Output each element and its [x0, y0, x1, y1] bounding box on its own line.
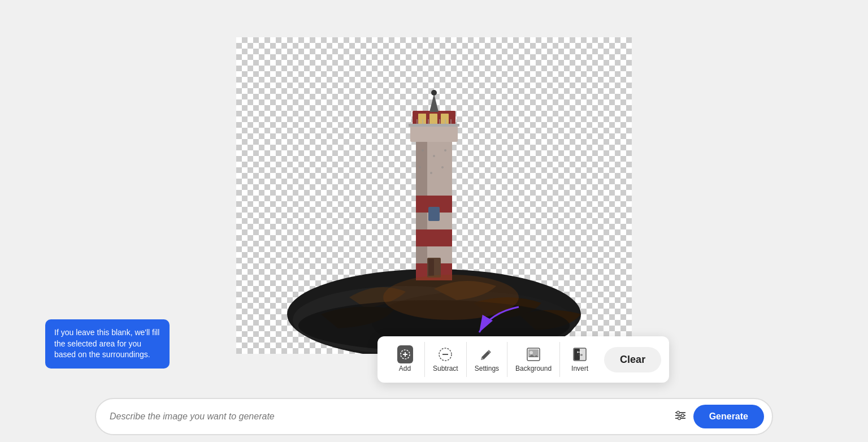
- clear-button[interactable]: Clear: [604, 347, 661, 372]
- svg-rect-19: [441, 114, 449, 125]
- prompt-container: Generate: [95, 398, 773, 435]
- svg-point-21: [431, 90, 437, 96]
- svg-point-11: [441, 166, 444, 168]
- invert-icon: [572, 346, 588, 362]
- generate-button[interactable]: Generate: [693, 405, 764, 428]
- tooltip-text: If you leave this blank, we'll fill the …: [54, 328, 159, 359]
- prompt-settings-icon[interactable]: [674, 409, 687, 424]
- tooltip-box: If you leave this blank, we'll fill the …: [45, 319, 170, 369]
- svg-rect-46: [580, 349, 585, 360]
- background-icon: [526, 346, 541, 362]
- svg-rect-45: [574, 349, 580, 360]
- settings-label: Settings: [475, 365, 499, 372]
- toolbar-subtract[interactable]: Subtract: [425, 342, 467, 377]
- svg-point-52: [678, 417, 680, 419]
- toolbar-background[interactable]: Background: [507, 342, 560, 377]
- svg-point-50: [676, 411, 679, 414]
- invert-label: Invert: [571, 365, 588, 372]
- bottom-bar: Generate: [0, 391, 868, 442]
- add-icon: [397, 346, 413, 362]
- svg-marker-20: [429, 94, 439, 112]
- subtract-icon: [437, 346, 453, 362]
- svg-point-7: [433, 155, 435, 157]
- svg-rect-18: [429, 114, 437, 125]
- svg-point-51: [681, 414, 684, 417]
- svg-point-10: [430, 172, 432, 174]
- subtract-label: Subtract: [433, 365, 458, 372]
- settings-brush-icon: [479, 346, 494, 362]
- svg-point-6: [422, 149, 424, 151]
- svg-rect-15: [410, 125, 458, 142]
- toolbar-add[interactable]: Add: [385, 342, 425, 377]
- toolbar-settings[interactable]: Settings: [467, 342, 507, 377]
- svg-rect-13: [416, 229, 452, 246]
- add-label: Add: [399, 365, 411, 372]
- toolbar-invert[interactable]: Invert: [560, 342, 600, 377]
- svg-rect-17: [418, 114, 426, 125]
- annotation-arrow: [474, 301, 524, 343]
- toolbar-panel: Add Subtract Settings: [377, 336, 669, 383]
- svg-point-43: [530, 351, 533, 354]
- svg-point-8: [444, 149, 446, 151]
- svg-point-9: [419, 166, 421, 168]
- prompt-input[interactable]: [110, 411, 674, 422]
- background-label: Background: [515, 365, 552, 372]
- svg-rect-22: [409, 124, 459, 127]
- svg-rect-32: [428, 259, 434, 276]
- svg-rect-33: [428, 207, 440, 221]
- image-canvas: [236, 37, 632, 354]
